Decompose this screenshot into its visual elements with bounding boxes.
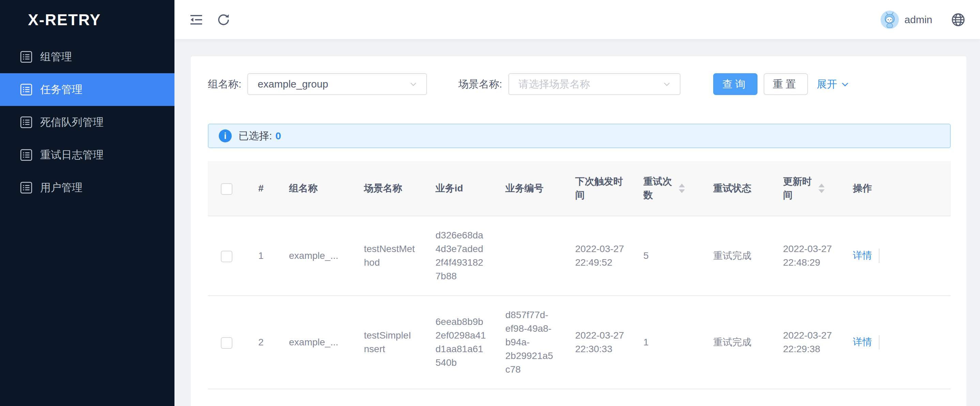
expand-label: 展开 [817,77,837,91]
column-header-next-trigger-time: 下次触发时间 [566,161,634,216]
cell-group-name: example_... [279,216,355,296]
sidebar-menu: 组管理 任务管理 [0,41,175,204]
scene-name-select-placeholder: 请选择场景名称 [519,77,662,91]
column-header-actions: 操作 [843,161,951,216]
sidebar-item-retry-log-management[interactable]: 重试日志管理 [0,139,175,171]
column-header-retry-status: 重试状态 [704,161,773,216]
cell-group-name: example_... [279,296,355,389]
column-header-label: 更新时间 [783,175,815,202]
globe-icon [951,12,966,27]
chevron-down-icon [409,79,418,89]
cell-biz-no [496,216,566,296]
cell-retry-count: 5 [634,216,704,296]
cell-biz-id: 6eeab8b9b2ef0298a41d1aa81a61540b [426,296,496,389]
expand-link[interactable]: 展开 [817,77,850,91]
cell-next-trigger-time: 2022-03-27 22:49:52 [566,216,634,296]
cell-biz-id: d326e68da4d3e7aded2f4f4931827b88 [426,216,496,296]
sidebar-item-user-management[interactable]: 用户管理 [0,171,175,204]
topbar-right: admin [880,11,966,29]
refresh-icon [216,13,231,27]
action-divider [879,249,880,263]
user-avatar[interactable] [880,11,899,29]
column-header-scene-name: 场景名称 [355,161,426,216]
sort-caret-down-icon[interactable] [679,189,685,193]
main-area: admin 组名称: example_gro [175,0,980,406]
row-checkbox-cell [208,296,249,389]
username[interactable]: admin [904,14,932,25]
sidebar-item-label: 任务管理 [40,82,83,97]
scene-name-label: 场景名称: [458,77,502,91]
reset-button[interactable]: 重置 [764,73,808,95]
column-header-retry-count[interactable]: 重试次数 [634,161,704,216]
cell-scene-name: testSimpleInsert [355,296,426,389]
list-icon [20,181,33,194]
selection-count: 0 [275,130,281,142]
scene-name-select[interactable]: 请选择场景名称 [508,73,681,95]
group-name-label: 组名称: [208,77,241,91]
filter-row: 组名称: example_group 场景名称: 请选择场景名称 查询 重置 [208,73,951,95]
selection-alert-label: 已选择: [239,129,272,143]
sort-carets[interactable] [818,184,825,193]
sort-caret-up-icon[interactable] [679,184,685,187]
collapse-sidebar-button[interactable] [188,11,204,28]
topbar: admin [175,0,980,39]
content-card: 组名称: example_group 场景名称: 请选择场景名称 查询 重置 [191,56,966,406]
row-checkbox[interactable] [221,337,232,349]
cell-next-trigger-time: 2022-03-27 22:30:33 [566,296,634,389]
list-icon [20,116,33,129]
column-header-index: # [249,161,279,216]
row-checkbox-cell [208,216,249,296]
sidebar-item-label: 死信队列管理 [40,115,103,129]
column-header-label: 重试次数 [643,175,675,202]
search-button[interactable]: 查询 [713,73,757,95]
cell-retry-count: 1 [634,296,704,389]
detail-link[interactable]: 详情 [853,336,872,347]
sidebar-item-dead-letter-queue[interactable]: 死信队列管理 [0,106,175,139]
app-logo: X-RETRY [0,0,175,39]
row-checkbox[interactable] [221,251,232,262]
table-header-row: # 组名称 场景名称 业务id 业务编号 下次触发时间 重试次数 [208,161,951,216]
language-button[interactable] [950,11,966,28]
cell-update-time: 2022-03-27 22:48:29 [773,216,843,296]
sort-carets[interactable] [679,184,685,193]
sidebar-item-task-management[interactable]: 任务管理 [0,73,175,106]
list-icon [20,149,33,162]
chevron-down-icon [840,79,850,89]
menu-fold-icon [189,12,204,27]
list-icon [20,51,33,63]
sidebar-item-label: 组管理 [40,50,72,64]
column-header-group-name: 组名称 [279,161,355,216]
group-name-select[interactable]: example_group [247,73,427,95]
column-header-update-time[interactable]: 更新时间 [773,161,843,216]
chevron-down-icon [662,79,671,89]
table-row: 2 example_... testSimpleInsert 6eeab8b9b… [208,296,951,389]
cell-index: 2 [249,296,279,389]
cell-actions: 详情 [843,296,951,389]
column-header-biz-id: 业务id [426,161,496,216]
cell-update-time: 2022-03-27 22:29:38 [773,296,843,389]
sidebar-item-group-management[interactable]: 组管理 [0,41,175,73]
retry-task-table: # 组名称 场景名称 业务id 业务编号 下次触发时间 重试次数 [208,161,951,389]
cell-retry-status: 重试完成 [704,216,773,296]
content: 组名称: example_group 场景名称: 请选择场景名称 查询 重置 [175,39,980,406]
group-name-select-value: example_group [258,78,409,90]
cell-index: 1 [249,216,279,296]
column-header-biz-no: 业务编号 [496,161,566,216]
list-icon [20,83,33,96]
cell-retry-status: 重试完成 [704,296,773,389]
info-icon: i [219,129,232,143]
cell-actions: 详情 [843,216,951,296]
cell-scene-name: testNestMethod [355,216,426,296]
action-divider [879,335,880,349]
table-row: 1 example_... testNestMethod d326e68da4d… [208,216,951,296]
cell-biz-no: d857f77d-ef98-49a8-b94a-2b29921a5c78 [496,296,566,389]
refresh-button[interactable] [215,11,232,28]
select-all-checkbox[interactable] [221,183,232,195]
sidebar-item-label: 用户管理 [40,181,83,195]
sidebar: X-RETRY 组管理 [0,0,175,406]
detail-link[interactable]: 详情 [853,250,872,260]
header-checkbox-cell [208,161,249,216]
sort-caret-up-icon[interactable] [818,184,825,187]
sort-caret-down-icon[interactable] [818,189,825,193]
selection-alert: i 已选择: 0 [208,124,951,148]
